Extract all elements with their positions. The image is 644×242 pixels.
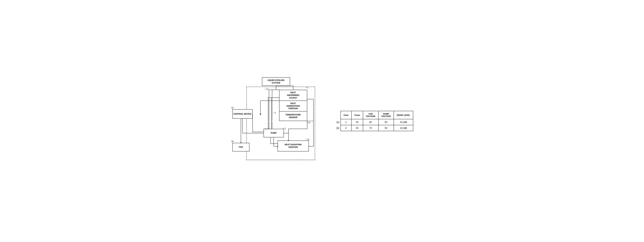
table-row: (a) 1 55 8V 8V 24.2dB bbox=[334, 119, 413, 125]
col-header-tcase: Tcase bbox=[352, 111, 363, 119]
heat-generation-label: HEAT GENERATION PORTION bbox=[280, 101, 307, 112]
fan-label: FAN bbox=[239, 146, 243, 148]
col-header-case: Case bbox=[341, 111, 352, 119]
cell-tcase-2: 55 bbox=[352, 125, 363, 131]
col-header-pump-voltage: PUMPVOLTAGE bbox=[378, 111, 394, 119]
cell-tcase-1: 55 bbox=[352, 119, 363, 125]
cell-fan-voltage-1: 8V bbox=[363, 119, 378, 125]
heat-radiating-label: HEAT RADIATING PORTION bbox=[284, 143, 302, 149]
cell-case-2: 2 bbox=[341, 125, 352, 131]
arc-14: ⌒ bbox=[264, 88, 266, 92]
diagram-section: LIQUID-COOLING SYSTEM HEAT ABSORBING JAC… bbox=[231, 76, 321, 166]
num-21: 21 bbox=[308, 121, 310, 124]
heat-absorbing-label: HEAT ABSORBING JACKET bbox=[280, 90, 307, 101]
temperature-sensor-label: TEMPERATURE SENSOR bbox=[280, 112, 307, 121]
control-device-box: CONTROL DEVICE bbox=[232, 109, 252, 119]
arc-3: ⌒ bbox=[282, 128, 285, 131]
cell-fan-voltage-2: 7V bbox=[363, 125, 378, 131]
num-2: 2 bbox=[307, 86, 308, 89]
control-device-label: CONTROL DEVICE bbox=[234, 113, 252, 116]
arc-16: ⌒ bbox=[231, 141, 233, 144]
arc-15: ⌒ bbox=[305, 139, 308, 142]
num-3: 3 bbox=[284, 127, 286, 130]
heat-radiating-box: HEAT RADIATING PORTION bbox=[278, 140, 309, 152]
liquid-cooling-box: LIQUID-COOLING SYSTEM bbox=[262, 77, 290, 86]
arc-2: ⌒ bbox=[305, 87, 308, 90]
main-container: LIQUID-COOLING SYSTEM HEAT ABSORBING JAC… bbox=[0, 70, 644, 172]
pump-box: PUMP bbox=[264, 129, 284, 138]
fan-box: FAN bbox=[232, 143, 250, 152]
heat-absorbing-box: HEAT ABSORBING JACKET HEAT GENERATION PO… bbox=[279, 90, 307, 121]
data-table: Case Tcase FANVOLTAGE PUMPVOLTAGE NOISE … bbox=[334, 111, 414, 131]
cell-pump-voltage-1: 8V bbox=[378, 119, 394, 125]
row-label-(b): (b) bbox=[334, 125, 341, 131]
table-section: Case Tcase FANVOLTAGE PUMPVOLTAGE NOISE … bbox=[334, 111, 414, 131]
arc-4: ⌒ bbox=[272, 112, 275, 116]
cell-pump-voltage-2: 9V bbox=[378, 125, 394, 131]
arc-12: ⌒ bbox=[231, 107, 233, 110]
liquid-cooling-label: LIQUID-COOLING SYSTEM bbox=[268, 79, 284, 84]
num-15: 15 bbox=[307, 138, 310, 140]
arc-21: ⌒ bbox=[306, 122, 308, 125]
table-header-row: Case Tcase FANVOLTAGE PUMPVOLTAGE NOISE … bbox=[334, 111, 413, 119]
cell-noise-level-1: 24.2dB bbox=[394, 119, 413, 125]
col-header-fan-voltage: FANVOLTAGE bbox=[363, 111, 378, 119]
row-label-(a): (a) bbox=[334, 119, 341, 125]
num-14: 14 bbox=[266, 88, 268, 90]
pump-label: PUMP bbox=[271, 132, 277, 134]
table-row: (b) 2 55 7V 9V 22.5dB bbox=[334, 125, 413, 131]
cell-noise-level-2: 22.5dB bbox=[394, 125, 413, 131]
col-header-noise-level: NOISE LEVEL bbox=[394, 111, 413, 119]
cell-case-1: 1 bbox=[341, 119, 352, 125]
